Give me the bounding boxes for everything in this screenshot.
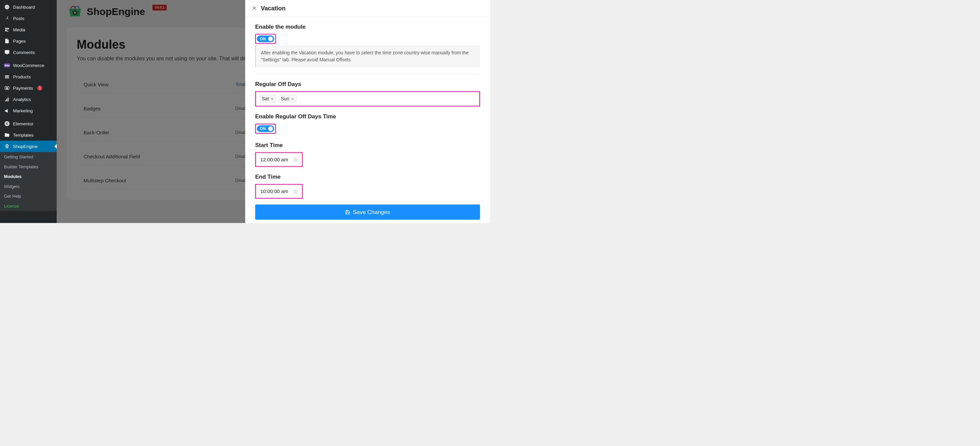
svg-point-9 <box>6 146 8 147</box>
enable-module-label: Enable the module <box>255 23 480 30</box>
start-time-label: Start Time <box>255 142 480 148</box>
sidebar-item-label: Analytics <box>13 97 31 102</box>
payments-icon: $ <box>4 85 10 91</box>
sidebar-item-label: Payments <box>13 85 33 90</box>
enable-module-toggle[interactable]: ON <box>257 35 274 42</box>
highlight-box: Sat✕Sun✕ <box>255 91 480 106</box>
sidebar-item-label: Pages <box>13 38 26 44</box>
sidebar-item-shopengine[interactable]: ShopEngine <box>0 141 57 152</box>
enable-off-days-time-label: Enable Regular Off Days Time <box>255 113 480 120</box>
toggle-on-text: ON <box>260 37 266 41</box>
dashboard-icon <box>4 4 10 10</box>
submenu-item-widgets[interactable]: Widgets <box>0 182 57 192</box>
sidebar-item-templates[interactable]: Templates <box>0 129 57 141</box>
end-time-input[interactable]: 10:00:00 am <box>256 185 301 197</box>
highlight-box: ON <box>255 34 276 44</box>
pages-icon <box>4 38 10 44</box>
marketing-icon <box>4 108 10 114</box>
sidebar-item-pages[interactable]: Pages <box>0 35 57 47</box>
sidebar-item-label: Comments <box>13 50 35 55</box>
submenu-item-getting-started[interactable]: Getting Started <box>0 152 57 162</box>
sidebar-item-label: Elementor <box>13 121 34 126</box>
save-icon <box>345 210 350 215</box>
toggle-on-text: ON <box>260 126 266 131</box>
regular-off-days-label: Regular Off Days <box>255 81 480 87</box>
submenu-item-license[interactable]: License <box>0 202 57 211</box>
sidebar-item-label: Products <box>13 74 31 79</box>
shopengine-icon <box>4 143 10 149</box>
end-time-label: End Time <box>255 173 480 180</box>
media-icon <box>4 27 10 33</box>
panel-header: ✕ Vacation <box>245 0 490 17</box>
save-changes-button[interactable]: Save Changes <box>255 205 480 220</box>
svg-rect-8 <box>7 124 8 125</box>
highlight-box: 12:00:00 am <box>255 152 302 167</box>
products-icon <box>4 74 10 80</box>
elementor-icon <box>4 121 10 127</box>
sidebar-item-elementor[interactable]: Elementor <box>0 118 57 129</box>
sidebar-item-label: Posts <box>13 16 24 21</box>
start-time-input[interactable]: 12:00:00 am <box>256 153 301 165</box>
sidebar-item-products[interactable]: Products <box>0 71 57 83</box>
comment-icon <box>4 49 10 56</box>
clock-icon <box>293 189 298 193</box>
vacation-panel: ✕ Vacation Enable the module ON After en… <box>245 0 490 223</box>
sidebar-item-woocommerce[interactable]: Woo WooCommerce <box>0 60 57 71</box>
end-time-value: 10:00:00 am <box>261 188 288 194</box>
enable-off-days-time-toggle[interactable]: ON <box>257 125 274 132</box>
day-tag: Sat✕ <box>259 95 277 103</box>
sidebar-item-label: ShopEngine <box>13 144 38 149</box>
save-button-label: Save Changes <box>353 209 390 216</box>
info-message: After enabling the Vacation module, you … <box>255 45 480 67</box>
notification-badge: 1 <box>37 86 42 90</box>
sidebar-item-comments[interactable]: Comments <box>0 47 57 58</box>
regular-off-days-input[interactable]: Sat✕Sun✕ <box>256 92 479 105</box>
submenu-item-get-help[interactable]: Get Help <box>0 191 57 202</box>
toggle-knob <box>268 126 273 131</box>
clock-icon <box>293 157 298 162</box>
svg-text:Woo: Woo <box>5 64 10 67</box>
start-time-value: 12:00:00 am <box>261 157 288 162</box>
day-tag: Sun✕ <box>278 95 297 103</box>
svg-text:$: $ <box>6 87 8 90</box>
panel-title: Vacation <box>261 5 286 12</box>
sidebar-item-dashboard[interactable]: Dashboard <box>0 2 57 13</box>
woo-icon: Woo <box>4 62 10 68</box>
sidebar-item-analytics[interactable]: Analytics <box>0 94 57 105</box>
sidebar-item-label: Marketing <box>13 108 33 113</box>
sidebar-item-payments[interactable]: $ Payments1 <box>0 83 57 94</box>
remove-tag-icon[interactable]: ✕ <box>291 96 294 101</box>
submenu-item-builder-templates[interactable]: Builder Templates <box>0 162 57 172</box>
svg-rect-5 <box>6 123 7 125</box>
submenu-item-modules[interactable]: Modules <box>0 171 57 182</box>
sidebar-item-label: WooCommerce <box>13 63 45 68</box>
highlight-box: ON <box>255 124 276 134</box>
analytics-icon <box>4 96 10 102</box>
svg-rect-7 <box>7 123 8 124</box>
templates-icon <box>4 132 10 138</box>
sidebar-item-media[interactable]: Media <box>0 24 57 35</box>
toggle-knob <box>268 37 273 41</box>
highlight-box: 10:00:00 am <box>255 184 302 199</box>
admin-sidebar: Dashboard Posts Media Pages Comments Woo… <box>0 0 57 223</box>
remove-tag-icon[interactable]: ✕ <box>270 96 274 101</box>
sidebar-item-label: Templates <box>13 132 34 138</box>
pin-icon <box>4 15 10 21</box>
close-icon[interactable]: ✕ <box>252 5 257 12</box>
sidebar-item-label: Media <box>13 27 25 32</box>
sidebar-item-label: Dashboard <box>13 4 35 10</box>
sidebar-item-marketing[interactable]: Marketing <box>0 105 57 116</box>
sidebar-item-posts[interactable]: Posts <box>0 13 57 24</box>
